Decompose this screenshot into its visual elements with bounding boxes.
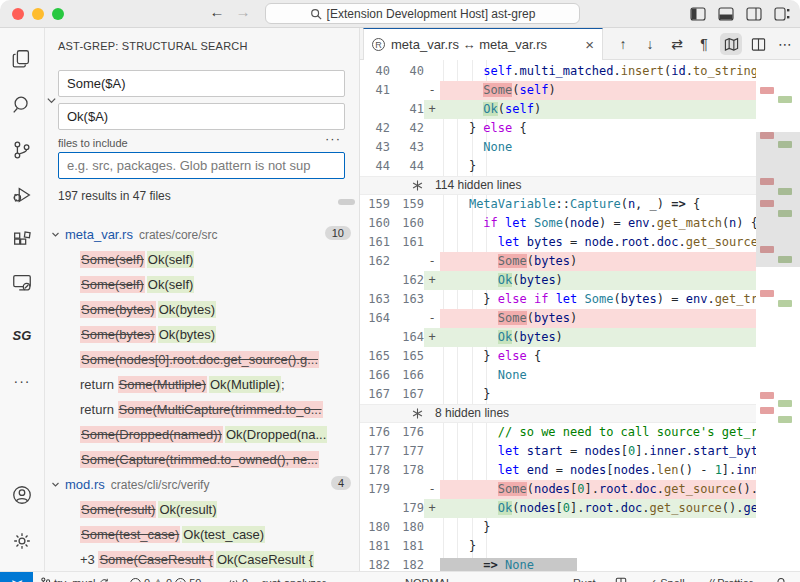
- sidebar-item-search[interactable]: [0, 90, 44, 120]
- pattern-input[interactable]: [58, 70, 345, 97]
- explorer-icon: [11, 48, 33, 70]
- ports-item[interactable]: 0: [228, 572, 248, 582]
- toggle-secondary-sidebar-icon[interactable]: [746, 6, 762, 21]
- git-branch-item[interactable]: try_musl: [40, 572, 110, 582]
- result-match-row[interactable]: Some(Dropped(named))Ok(Dropped(na...: [45, 422, 360, 447]
- customize-layout-icon[interactable]: [774, 6, 790, 21]
- diff-line[interactable]: 160160 if let Some(node) = env.get_match…: [360, 214, 756, 233]
- close-window-button[interactable]: [12, 8, 24, 20]
- expand-hidden-lines-row[interactable]: 114 hidden lines: [360, 176, 800, 195]
- diff-line[interactable]: 178178 let end = nodes[nodes.len() - 1].…: [360, 461, 756, 480]
- match-removed-text: Some(bytes): [80, 326, 156, 343]
- diff-line[interactable]: 4343 None: [360, 138, 756, 157]
- diff-line[interactable]: 167167 }: [360, 385, 756, 404]
- problems-item[interactable]: ×0 ⚠0 i59: [130, 572, 201, 582]
- language-mode-item[interactable]: Rust: [573, 572, 596, 582]
- result-file-row[interactable]: mod.rscrates/cli/src/verify4: [45, 472, 360, 497]
- history-forward-button[interactable]: →: [232, 3, 254, 20]
- diff-line[interactable]: 162- Some(bytes): [360, 252, 756, 271]
- diff-line[interactable]: 4242 } else {: [360, 119, 756, 138]
- result-match-row[interactable]: Some(bytes)Ok(bytes): [45, 297, 360, 322]
- diff-line[interactable]: 164- Some(bytes): [360, 309, 756, 328]
- sidebar-item-extensions[interactable]: [0, 225, 44, 255]
- toggle-whitespace-button[interactable]: ¶: [693, 33, 715, 55]
- diff-line[interactable]: 163163 } else if let Some(bytes) = env.g…: [360, 290, 756, 309]
- diff-line[interactable]: 177177 let start = nodes[0].inner.start_…: [360, 442, 756, 461]
- additional-views-button[interactable]: ···: [0, 366, 44, 396]
- info-icon: i: [175, 578, 186, 582]
- sidebar-item-run-debug[interactable]: [0, 180, 44, 210]
- editor-layout-item[interactable]: [615, 572, 627, 582]
- swap-sides-button[interactable]: ⇄: [666, 33, 688, 55]
- more-actions-icon[interactable]: ···: [325, 131, 341, 146]
- diff-line[interactable]: 161161 let bytes = node.root.doc.get_sou…: [360, 233, 756, 252]
- diff-line[interactable]: 41- Some(self): [360, 81, 756, 100]
- expand-hidden-lines-row[interactable]: 8 hidden lines: [360, 404, 800, 423]
- prettier-item[interactable]: //Prettier: [708, 572, 753, 582]
- remote-indicator[interactable]: ><: [0, 572, 33, 582]
- match-removed-text: Some(nodes[0].root.doc.get_source().g...: [80, 351, 319, 368]
- minimap[interactable]: [756, 60, 800, 582]
- result-match-row[interactable]: Some(result)Ok(result): [45, 497, 360, 522]
- split-editor-button[interactable]: [747, 33, 769, 55]
- diff-line[interactable]: 162+ Ok(bytes): [360, 271, 756, 290]
- diff-line[interactable]: 179+ Ok(nodes[0].root.doc.get_source().g…: [360, 499, 756, 518]
- sidebar-item-ast-grep[interactable]: SG: [0, 320, 44, 350]
- toggle-sidebar-icon[interactable]: [690, 6, 706, 21]
- tab-meta-var-diff[interactable]: R meta_var.rs ↔ meta_var.rs ×: [363, 28, 603, 60]
- unfold-icon: [412, 408, 423, 419]
- vim-mode-item[interactable]: NORMAL: [405, 572, 452, 582]
- spell-checker-item[interactable]: ✓Spell: [648, 572, 685, 582]
- diff-line[interactable]: 159159 MetaVariable::Capture(n, _) => {: [360, 195, 756, 214]
- diff-line[interactable]: 180180 }: [360, 518, 756, 537]
- toggle-map-button[interactable]: [720, 33, 742, 55]
- rewrite-input[interactable]: [58, 103, 345, 130]
- toggle-panel-icon[interactable]: [718, 6, 734, 21]
- match-suffix: ;: [281, 377, 285, 392]
- diff-line[interactable]: 176176 // so we need to call source's ge…: [360, 423, 756, 442]
- result-match-row[interactable]: Some(bytes)Ok(bytes): [45, 322, 360, 347]
- result-match-row[interactable]: Some(self)Ok(self): [45, 247, 360, 272]
- match-removed-text: Some(self): [80, 251, 145, 268]
- files-to-include-input[interactable]: [58, 152, 345, 179]
- sidebar-item-explorer[interactable]: [0, 44, 44, 74]
- sidebar-item-source-control[interactable]: [0, 135, 44, 165]
- diff-line[interactable]: 181181 }: [360, 537, 756, 556]
- diff-line[interactable]: 4444 }: [360, 157, 756, 176]
- command-center[interactable]: [Extension Development Host] ast-grep: [265, 3, 580, 24]
- diff-sign: [424, 214, 440, 233]
- diff-line[interactable]: 179- Some(nodes[0].root.doc.get_source()…: [360, 480, 756, 499]
- diff-line[interactable]: 166166 None: [360, 366, 756, 385]
- diff-line[interactable]: 165165 } else {: [360, 347, 756, 366]
- sidebar-item-remote-explorer[interactable]: [0, 268, 44, 298]
- result-match-row[interactable]: +3 Some(CaseResult {Ok(CaseResult {: [45, 547, 360, 572]
- more-actions-icon[interactable]: ⋯: [774, 33, 796, 55]
- previous-change-button[interactable]: ↑: [612, 33, 634, 55]
- next-change-button[interactable]: ↓: [639, 33, 661, 55]
- result-match-row[interactable]: Some(Capture(trimmed.to_owned(), ne...: [45, 447, 360, 472]
- result-match-row[interactable]: Some(self)Ok(self): [45, 272, 360, 297]
- close-tab-icon[interactable]: ×: [585, 36, 594, 53]
- result-match-row[interactable]: return Some(Mutliple)Ok(Mutliple);: [45, 372, 360, 397]
- minimap-slider[interactable]: [756, 132, 800, 267]
- result-match-row[interactable]: return Some(MultiCapture(trimmed.to_o...: [45, 397, 360, 422]
- modified-line-number: [390, 480, 424, 499]
- modified-line-number: 40: [390, 62, 424, 81]
- minimize-window-button[interactable]: [32, 8, 44, 20]
- zoom-window-button[interactable]: [52, 8, 64, 20]
- original-line-number: 43: [360, 138, 390, 157]
- result-match-row[interactable]: Some(test_case)Ok(test_case): [45, 522, 360, 547]
- diff-line[interactable]: 4040 self.multi_matched.insert(id.to_str…: [360, 62, 756, 81]
- notifications-item[interactable]: [775, 572, 787, 582]
- sidebar-scrollbar-thumb[interactable]: [338, 199, 355, 205]
- result-match-row[interactable]: Some(nodes[0].root.doc.get_source().g...: [45, 347, 360, 372]
- code-text: None: [440, 366, 756, 385]
- settings-button[interactable]: [0, 526, 44, 556]
- result-file-row[interactable]: meta_var.rscrates/core/src10: [45, 222, 360, 247]
- chevron-down-icon[interactable]: [46, 92, 57, 103]
- diff-line[interactable]: 164+ Ok(bytes): [360, 328, 756, 347]
- rust-analyzer-item[interactable]: rust-analyzer: [262, 572, 326, 582]
- diff-line[interactable]: 41+ Ok(self): [360, 100, 756, 119]
- accounts-button[interactable]: [0, 480, 44, 510]
- history-back-button[interactable]: ←: [206, 3, 228, 20]
